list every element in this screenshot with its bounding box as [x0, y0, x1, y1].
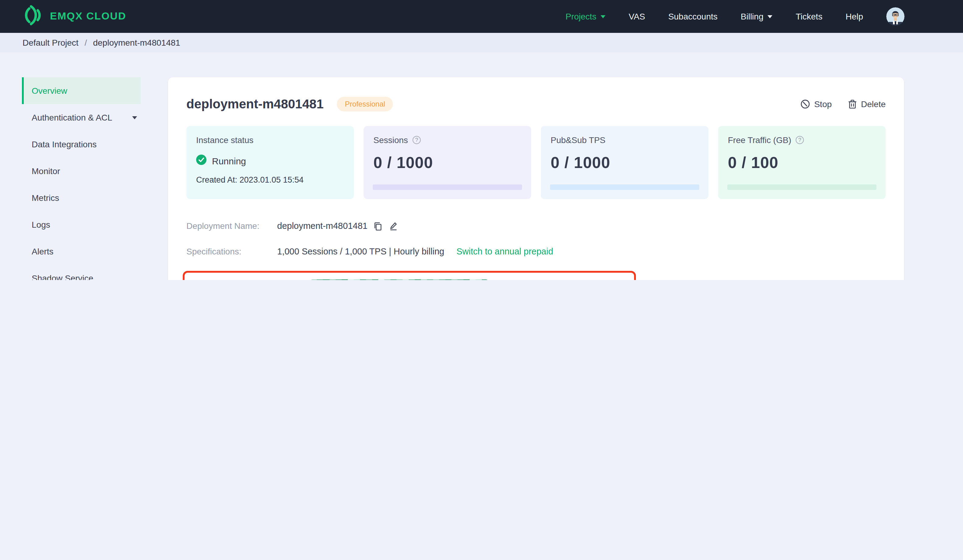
sidebar: OverviewAuthentication & ACLData Integra… — [0, 52, 152, 280]
top-navbar: EMQX CLOUD ProjectsVASSubaccountsBilling… — [0, 0, 963, 33]
trash-icon — [848, 99, 857, 109]
free-traffic-progressbar — [727, 185, 877, 190]
nav-item-label: Billing — [741, 11, 764, 21]
breadcrumb-separator: / — [85, 38, 87, 47]
sessions-progressbar — [373, 185, 522, 190]
nav-item-label: Subaccounts — [668, 11, 718, 21]
connection-highlight-annotation: Address: m48014-east-1.amazonaws.com — [183, 271, 636, 280]
nav-menu: ProjectsVASSubaccountsBillingTicketsHelp — [566, 11, 863, 21]
nav-item-subaccounts[interactable]: Subaccounts — [668, 11, 718, 21]
sidebar-item-label: Data Integrations — [32, 139, 97, 149]
nav-item-label: Tickets — [796, 11, 823, 21]
delete-button[interactable]: Delete — [848, 99, 886, 109]
nav-item-help[interactable]: Help — [845, 11, 863, 21]
pubsub-tps-card: Pub&Sub TPS 0 / 1000 — [541, 126, 708, 199]
deployment-header: deployment-m4801481 Professional Stop — [186, 97, 886, 112]
emqx-logo-icon — [22, 4, 43, 29]
sidebar-item-monitor[interactable]: Monitor — [22, 158, 141, 185]
help-icon[interactable]: ? — [796, 136, 804, 144]
switch-annual-prepaid-link[interactable]: Switch to annual prepaid — [457, 246, 553, 256]
sidebar-item-label: Overview — [32, 86, 67, 95]
nav-item-vas[interactable]: VAS — [629, 11, 645, 21]
stop-label: Stop — [814, 99, 832, 109]
sidebar-item-logs[interactable]: Logs — [22, 211, 141, 238]
pubsub-tps-value: 0 / 1000 — [551, 154, 699, 172]
deployment-actions: Stop — [800, 99, 886, 109]
specifications-label: Specifications: — [186, 246, 277, 256]
nav-item-projects[interactable]: Projects — [566, 11, 605, 21]
brand-logo[interactable]: EMQX CLOUD — [22, 4, 126, 29]
breadcrumb-project[interactable]: Default Project — [23, 38, 79, 47]
user-avatar[interactable] — [886, 7, 905, 26]
edit-icon[interactable] — [389, 221, 398, 230]
specifications-row: Specifications: 1,000 Sessions / 1,000 T… — [186, 245, 886, 257]
svg-text:?: ? — [415, 137, 418, 143]
address-redaction — [311, 279, 488, 280]
breadcrumb: Default Project / deployment-m4801481 — [0, 33, 963, 52]
stop-icon — [800, 99, 810, 109]
free-traffic-label: Free Traffic (GB) — [728, 135, 791, 145]
sidebar-item-label: Logs — [32, 220, 50, 230]
nav-item-label: VAS — [629, 11, 645, 21]
chevron-down-icon — [601, 15, 605, 18]
nav-item-label: Projects — [566, 11, 596, 21]
deployment-title: deployment-m4801481 — [186, 97, 324, 112]
sidebar-item-data-integrations[interactable]: Data Integrations — [22, 131, 141, 158]
page: EMQX CLOUD ProjectsVASSubaccountsBilling… — [0, 0, 963, 280]
pubsub-tps-label: Pub&Sub TPS — [551, 135, 605, 145]
svg-text:?: ? — [798, 137, 801, 143]
sidebar-item-label: Authentication & ACL — [32, 113, 112, 122]
breadcrumb-current: deployment-m4801481 — [93, 38, 180, 47]
deployment-name-row: Deployment Name: deployment-m4801481 — [186, 220, 886, 232]
deployment-info: Deployment Name: deployment-m4801481 — [186, 220, 886, 280]
sidebar-item-shadow-service[interactable]: Shadow Service — [22, 265, 141, 280]
delete-label: Delete — [861, 99, 886, 109]
sessions-label: Sessions — [373, 135, 408, 145]
chevron-down-icon — [132, 116, 137, 119]
instance-status-label: Instance status — [196, 135, 253, 145]
instance-status-card: Instance status Running Created At: 2023… — [186, 126, 354, 199]
nav-item-tickets[interactable]: Tickets — [796, 11, 823, 21]
sidebar-item-overview[interactable]: Overview — [22, 77, 141, 104]
sessions-card: Sessions ? 0 / 1000 — [364, 126, 531, 199]
sidebar-item-label: Shadow Service — [32, 273, 93, 280]
check-circle-icon — [196, 155, 206, 167]
sidebar-item-label: Alerts — [32, 246, 54, 256]
plan-badge: Professional — [337, 97, 393, 112]
pubsub-tps-progressbar — [550, 185, 699, 190]
created-at: Created At: 2023.01.05 15:54 — [196, 175, 344, 185]
free-traffic-value: 0 / 100 — [728, 154, 876, 172]
specifications-value: 1,000 Sessions / 1,000 TPS | Hourly bill… — [277, 246, 444, 256]
chevron-down-icon — [768, 15, 773, 18]
free-traffic-card: Free Traffic (GB) ? 0 / 100 — [718, 126, 886, 199]
sidebar-item-alerts[interactable]: Alerts — [22, 238, 141, 265]
main-content: deployment-m4801481 Professional Stop — [152, 52, 963, 280]
help-icon[interactable]: ? — [412, 136, 421, 144]
stat-cards: Instance status Running Created At: 2023… — [186, 126, 886, 199]
nav-item-billing[interactable]: Billing — [741, 11, 773, 21]
nav-item-label: Help — [845, 11, 863, 21]
deployment-name-value: deployment-m4801481 — [277, 221, 368, 231]
sidebar-item-label: Metrics — [32, 193, 59, 203]
deployment-name-label: Deployment Name: — [186, 221, 277, 231]
sidebar-item-metrics[interactable]: Metrics — [22, 185, 141, 211]
copy-icon[interactable] — [374, 221, 383, 230]
sessions-value: 0 / 1000 — [373, 154, 521, 172]
deployment-overview-card: deployment-m4801481 Professional Stop — [168, 77, 904, 280]
sidebar-item-label: Monitor — [32, 166, 60, 176]
instance-status-value: Running — [212, 155, 246, 166]
brand-name: EMQX CLOUD — [50, 10, 126, 23]
sidebar-item-authentication-acl[interactable]: Authentication & ACL — [22, 104, 141, 131]
address-row: Address: m48014-east-1.amazonaws.com — [188, 279, 634, 280]
stop-button[interactable]: Stop — [800, 99, 832, 109]
